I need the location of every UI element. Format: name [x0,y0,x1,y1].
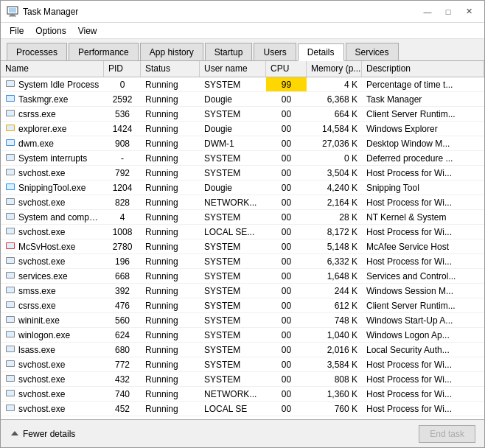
task-manager-window: Task Manager — □ ✕ File Options View Pro… [0,0,485,448]
col-memory[interactable]: Memory (p... [307,61,362,77]
process-icon [5,360,15,370]
minimize-button[interactable]: — [418,4,437,19]
cell-pid: 432 [104,372,141,386]
svg-rect-31 [7,273,14,278]
svg-rect-2 [10,14,15,15]
process-icon [5,80,15,90]
col-name[interactable]: Name [1,61,104,77]
table-row[interactable]: services.exe668RunningSYSTEM001,648 KSer… [1,269,484,284]
cell-name: McSvHost.exe [1,239,104,253]
svg-rect-11 [7,125,14,130]
cell-description: Desktop Window M... [362,136,484,150]
tab-bar: Processes Performance App history Startu… [1,39,484,61]
cell-pid: 792 [104,166,141,180]
table-row[interactable]: svchost.exe1008RunningLOCAL SE...008,172… [1,225,484,239]
cell-user: LOCAL SE... [200,225,266,239]
process-name: svchost.exe [18,374,65,385]
end-task-button[interactable]: End task [419,425,475,443]
cell-status: Running [141,151,200,165]
cell-status: Running [141,210,200,224]
cell-name: csrss.exe [1,298,104,312]
table-row[interactable]: svchost.exe740RunningNETWORK...001,360 K… [1,387,484,402]
tab-processes[interactable]: Processes [7,43,67,60]
process-table-body[interactable]: System Idle Process0RunningSYSTEM994 KPe… [1,77,484,419]
table-row[interactable]: lsass.exe680RunningSYSTEM002,016 KLocal … [1,343,484,357]
menu-bar: File Options View [1,23,484,39]
tab-users[interactable]: Users [254,43,296,60]
table-row[interactable]: winlogon.exe624RunningSYSTEM001,040 KWin… [1,328,484,343]
table-row[interactable]: System Idle Process0RunningSYSTEM994 KPe… [1,77,484,92]
cell-cpu: 00 [266,343,307,357]
table-row[interactable]: svchost.exe432RunningSYSTEM00808 KHost P… [1,372,484,387]
cell-pid: 2780 [104,239,141,253]
cell-memory: 4 K [307,77,362,91]
table-row[interactable]: csrss.exe476RunningSYSTEM00612 KClient S… [1,298,484,313]
table-row[interactable]: svchost.exe792RunningSYSTEM003,504 KHost… [1,166,484,181]
menu-view[interactable]: View [72,24,103,38]
cell-status: Running [141,357,200,371]
svg-rect-47 [7,391,14,396]
cell-cpu: 00 [266,181,307,195]
cell-pid: 4 [104,210,141,224]
svg-rect-43 [7,361,14,366]
cell-pid: 740 [104,387,141,401]
process-name: McSvHost.exe [18,242,75,252]
table-row[interactable]: System and compres...4RunningSYSTEM0028 … [1,210,484,225]
process-icon [5,301,15,311]
cell-status: Running [141,239,200,253]
table-row[interactable]: wininit.exe560RunningSYSTEM00748 KWindow… [1,313,484,328]
svg-rect-21 [7,199,14,204]
cell-cpu: 00 [266,254,307,268]
cell-pid: 1424 [104,122,141,136]
cell-pid: 772 [104,357,141,371]
cell-pid: 908 [104,136,141,150]
table-row[interactable]: McSvHost.exe2780RunningSYSTEM005,148 KMc… [1,239,484,254]
table-row[interactable]: svchost.exe828RunningNETWORK...002,164 K… [1,195,484,210]
process-name: dwm.exe [18,139,54,149]
cell-user: SYSTEM [200,269,266,283]
table-row[interactable]: svchost.exe772RunningSYSTEM003,584 KHost… [1,357,484,372]
col-user[interactable]: User name [200,61,266,77]
tab-performance[interactable]: Performance [69,43,139,60]
cell-pid: 536 [104,107,141,121]
fewer-details-button[interactable]: Fewer details [10,429,75,439]
table-row[interactable]: SnippingTool.exe1204RunningDougie004,240… [1,181,484,195]
cell-description: Windows Start-Up A... [362,313,484,327]
menu-options[interactable]: Options [29,24,71,38]
close-button[interactable]: ✕ [459,4,478,19]
table-row[interactable]: System interrupts-RunningSYSTEM000 KDefe… [1,151,484,166]
table-row[interactable]: Taskmgr.exe2592RunningDougie006,368 KTas… [1,92,484,107]
tab-details[interactable]: Details [298,43,344,61]
svg-rect-9 [7,111,14,116]
table-row[interactable]: smss.exe392RunningSYSTEM00244 KWindows S… [1,284,484,298]
table-row[interactable]: dwm.exe908RunningDWM-10027,036 KDesktop … [1,136,484,151]
col-pid[interactable]: PID [104,61,141,77]
maximize-button[interactable]: □ [439,4,458,19]
svg-rect-45 [7,376,14,381]
col-status[interactable]: Status [141,61,200,77]
svg-rect-27 [7,243,14,248]
cell-user: SYSTEM [200,313,266,327]
menu-file[interactable]: File [4,24,29,38]
cell-description: McAfee Service Host [362,239,484,253]
cell-memory: 1,040 K [307,328,362,342]
tab-startup[interactable]: Startup [205,43,253,60]
process-icon [5,286,15,296]
tab-services[interactable]: Services [346,43,399,60]
table-row[interactable]: svchost.exe196RunningSYSTEM006,332 KHost… [1,254,484,269]
col-description[interactable]: Description [362,61,484,77]
process-icon [5,271,15,281]
table-row[interactable]: explorer.exe1424RunningDougie0014,584 KW… [1,122,484,136]
cell-memory: 760 K [307,402,362,416]
col-cpu[interactable]: CPU [266,61,307,77]
table-row[interactable]: svchost.exe452RunningLOCAL SE00760 KHost… [1,402,484,416]
cell-pid: 828 [104,195,141,209]
process-icon [5,330,15,340]
cell-name: explorer.exe [1,122,104,136]
cell-name: winlogon.exe [1,328,104,342]
table-row[interactable]: csrss.exe536RunningSYSTEM00664 KClient S… [1,107,484,122]
cell-status: Running [141,284,200,298]
cell-user: SYSTEM [200,284,266,298]
cell-user: Dougie [200,92,266,106]
tab-app-history[interactable]: App history [140,43,203,60]
